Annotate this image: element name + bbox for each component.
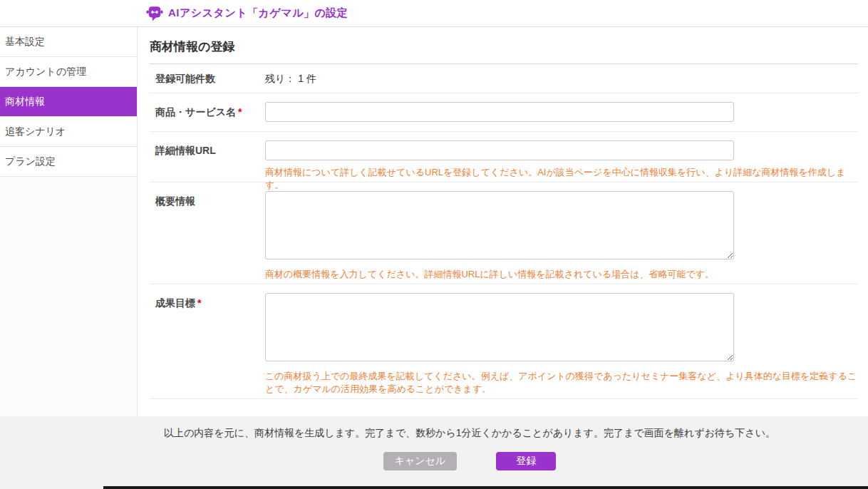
sidebar-item-account-management[interactable]: アカウントの管理 [0, 57, 137, 87]
product-name-input[interactable] [265, 102, 734, 122]
product-name-label-text: 商品・サービス名 [155, 106, 236, 118]
goal-textarea[interactable] [265, 293, 734, 361]
summary-textarea[interactable] [265, 191, 734, 259]
settings-page: AIアシスタント「カゲマル」の設定 基本設定 アカウントの管理 商材情報 追客シ… [0, 0, 868, 489]
page-title: AIアシスタント「カゲマル」の設定 [168, 6, 348, 20]
sidebar-item-basic-settings[interactable]: 基本設定 [0, 27, 137, 57]
goal-label-text: 成果目標 [155, 297, 195, 309]
main-content: 商材情報の登録 登録可能件数 残り： 1 件 商品・サービス名* 詳細情報URL [138, 27, 868, 416]
summary-help: 商材の概要情報を入力してください。詳細情報URLに詳しい情報を記載されている場合… [265, 268, 858, 281]
bottom-bar [103, 486, 868, 489]
detail-url-help: 商材情報について詳しく記載せているURLを登録してください。AIが該当ページを中… [265, 166, 858, 192]
form-row-summary: 概要情報 商材の概要情報を入力してください。詳細情報URLに詳しい情報を記載され… [150, 182, 858, 284]
sidebar-item-followup-scenario[interactable]: 追客シナリオ [0, 117, 137, 147]
goal-label: 成果目標* [155, 293, 265, 390]
form-row-quota: 登録可能件数 残り： 1 件 [150, 64, 858, 93]
page-header: AIアシスタント「カゲマル」の設定 [0, 0, 868, 27]
form-row-detail-url: 詳細情報URL 商材情報について詳しく記載せているURLを登録してください。AI… [150, 132, 858, 182]
footer-note: 以上の内容を元に、商材情報を生成します。完了まで、数秒から1分近くかかることがあ… [71, 427, 868, 440]
detail-url-label: 詳細情報URL [155, 140, 265, 173]
summary-label: 概要情報 [155, 191, 265, 275]
quota-value: 残り： 1 件 [265, 73, 316, 84]
robot-chat-icon [146, 5, 163, 22]
quota-label: 登録可能件数 [155, 68, 265, 88]
register-button[interactable]: 登録 [496, 452, 556, 470]
form-row-product-name: 商品・サービス名* [150, 93, 858, 132]
form-row-goal: 成果目標* この商材扱う上での最終成果を記載してください。例えば、アポイントの獲… [150, 284, 858, 399]
required-mark: * [238, 106, 242, 118]
section-title: 商材情報の登録 [150, 27, 858, 64]
sidebar-item-product-info[interactable]: 商材情報 [0, 87, 137, 117]
goal-help: この商材扱う上での最終成果を記載してください。例えば、アポイントの獲得であったり… [265, 370, 858, 396]
sidebar-item-plan-settings[interactable]: プラン設定 [0, 147, 137, 177]
sidebar: 基本設定 アカウントの管理 商材情報 追客シナリオ プラン設定 [0, 27, 138, 416]
form-footer: 以上の内容を元に、商材情報を生成します。完了まで、数秒から1分近くかかることがあ… [0, 416, 868, 489]
cancel-button[interactable]: キャンセル [383, 452, 458, 470]
product-name-label: 商品・サービス名* [155, 102, 265, 123]
required-mark: * [197, 297, 201, 309]
detail-url-input[interactable] [265, 140, 734, 160]
